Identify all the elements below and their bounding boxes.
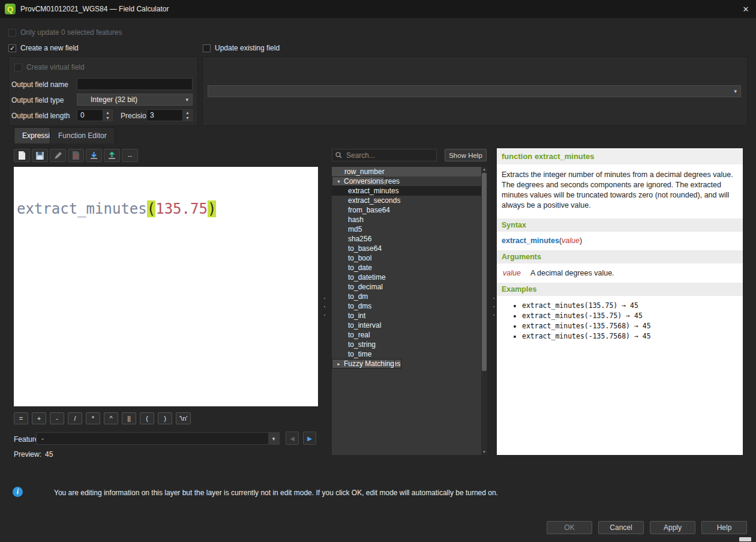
search-input[interactable] xyxy=(345,151,433,160)
apply-button[interactable]: Apply xyxy=(650,521,695,534)
feature-value: - xyxy=(37,435,268,443)
tree-scrollbar[interactable]: ▲ ▼ xyxy=(481,167,487,455)
function-item-from-base64[interactable]: from_base64 xyxy=(332,205,481,215)
precision-stepper[interactable]: 3 ▲▼ xyxy=(146,109,193,121)
scroll-up-icon[interactable]: ▲ xyxy=(481,167,487,172)
function-item-to-datetime[interactable]: to_datetime xyxy=(332,273,481,282)
splitter-handle[interactable] xyxy=(323,298,326,316)
function-item-to-base64[interactable]: to_base64 xyxy=(332,244,481,253)
expression-text: extract_minutes(135.75) xyxy=(17,200,216,217)
function-search-box[interactable] xyxy=(332,149,437,161)
expression-editor[interactable]: extract_minutes(135.75) xyxy=(14,167,318,406)
new-expression-button[interactable] xyxy=(14,149,30,162)
import-expressions-button[interactable] xyxy=(86,149,102,162)
create-new-field-checkbox[interactable]: Create a new field xyxy=(8,44,79,52)
function-item-extract-minutes[interactable]: extract_minutes xyxy=(332,186,481,196)
function-label: sha256 xyxy=(348,235,371,243)
export-expressions-button[interactable] xyxy=(104,149,120,162)
only-update-checkbox[interactable]: Only update 0 selected features xyxy=(8,28,122,37)
previous-feature-button[interactable]: ◀ xyxy=(286,432,299,445)
function-item-row-number[interactable]: row_number xyxy=(332,167,481,176)
operator-buttons-row: =+-/*^||()'\n' xyxy=(14,412,191,424)
function-item-to-time[interactable]: to_time xyxy=(332,349,481,359)
example-item: extract_minutes(-135.7568) → 45 xyxy=(522,322,743,330)
ok-button[interactable]: OK xyxy=(547,521,592,534)
resize-grip[interactable] xyxy=(739,537,751,541)
operator-button-close-paren[interactable]: ) xyxy=(158,412,172,424)
operator-button-plus[interactable]: + xyxy=(32,412,46,424)
function-label: to_interval xyxy=(348,321,381,330)
operator-button-multiply[interactable]: * xyxy=(86,412,100,424)
function-label: to_base64 xyxy=(348,244,382,253)
stepper-arrows[interactable]: ▲▼ xyxy=(103,110,112,121)
function-help-panel: function extract_minutes Extracts the in… xyxy=(497,148,743,455)
window-title: ProvCM01012021_WGS84 — Field Calculator xyxy=(20,5,169,13)
function-item-to-decimal[interactable]: to_decimal xyxy=(332,282,481,292)
dash-button[interactable]: -- xyxy=(122,149,138,162)
help-button[interactable]: Help xyxy=(701,521,747,534)
function-item-hash[interactable]: hash xyxy=(332,215,481,224)
checkbox-box xyxy=(14,64,22,71)
operator-button-concat[interactable]: || xyxy=(122,412,136,424)
function-item-to-interval[interactable]: to_interval xyxy=(332,321,481,330)
function-group-fuzzy-matching[interactable]: ▸Fuzzy Matching xyxy=(332,359,395,369)
function-item-md5[interactable]: md5 xyxy=(332,224,481,234)
function-item-to-string[interactable]: to_string xyxy=(332,340,481,349)
syntax-code: extract_minutes(value) xyxy=(497,232,743,245)
expression-token-bracket-highlight: ) xyxy=(208,200,216,217)
splitter-handle[interactable] xyxy=(492,298,496,316)
output-field-type-select[interactable]: Integer (32 bit) ▾ xyxy=(77,94,193,106)
show-help-button[interactable]: Show Help xyxy=(445,149,487,161)
output-field-name-input[interactable] xyxy=(77,78,193,90)
output-field-length-stepper[interactable]: 0 ▲▼ xyxy=(77,109,113,121)
close-button[interactable]: ✕ xyxy=(736,0,756,18)
update-existing-field-label: Update existing field xyxy=(215,44,280,52)
output-field-length-value: 0 xyxy=(77,110,103,121)
operator-button-newline[interactable]: '\n' xyxy=(176,412,191,424)
function-item-sha256[interactable]: sha256 xyxy=(332,234,481,244)
arrow-down-icon[interactable]: ▼ xyxy=(183,115,192,121)
function-item-to-date[interactable]: to_date xyxy=(332,263,481,273)
operator-button-power[interactable]: ^ xyxy=(104,412,118,424)
stepper-arrows[interactable]: ▲▼ xyxy=(182,110,192,121)
existing-field-select[interactable]: ▾ xyxy=(208,85,741,97)
operator-button-equals[interactable]: = xyxy=(14,412,28,424)
create-virtual-field-checkbox[interactable]: Create virtual field xyxy=(14,63,85,71)
function-item-to-dms[interactable]: to_dms xyxy=(332,301,481,311)
arrow-up-icon xyxy=(108,152,116,160)
function-item-to-real[interactable]: to_real xyxy=(332,330,481,340)
argument-description: A decimal degrees value. xyxy=(530,269,614,277)
function-item-extract-seconds[interactable]: extract_seconds xyxy=(332,196,481,205)
operator-button-divide[interactable]: / xyxy=(68,412,82,424)
scroll-down-icon[interactable]: ▼ xyxy=(481,450,487,455)
edit-expression-button[interactable] xyxy=(50,149,66,162)
function-item-to-bool[interactable]: to_bool xyxy=(332,253,481,263)
arrow-down-icon[interactable]: ▼ xyxy=(103,115,112,121)
arrow-up-icon[interactable]: ▲ xyxy=(103,110,112,115)
scrollbar-thumb[interactable] xyxy=(482,173,487,371)
preview-label: Preview: xyxy=(14,450,41,459)
operator-button-minus[interactable]: - xyxy=(50,412,64,424)
expression-token-number: 135.75 xyxy=(155,200,208,217)
next-feature-button[interactable]: ▶ xyxy=(303,432,316,445)
feature-select[interactable]: - ▾ xyxy=(36,432,280,445)
tab-function-editor[interactable]: Function Editor xyxy=(50,127,115,143)
save-expression-button[interactable] xyxy=(32,149,48,162)
arrow-up-icon[interactable]: ▲ xyxy=(183,110,192,115)
function-label: to_int xyxy=(348,312,365,320)
function-label: extract_minutes xyxy=(348,187,399,195)
help-description: Extracts the integer number of minutes f… xyxy=(497,164,743,213)
function-item-to-int[interactable]: to_int xyxy=(332,311,481,321)
update-existing-field-checkbox[interactable]: Update existing field xyxy=(203,44,280,52)
function-label: to_dms xyxy=(348,302,371,310)
save-icon xyxy=(36,152,44,160)
precision-value: 3 xyxy=(147,110,182,121)
titlebar: Q ProvCM01012021_WGS84 — Field Calculato… xyxy=(0,0,756,18)
output-field-type-value: Integer (32 bit) xyxy=(91,95,137,104)
cancel-button[interactable]: Cancel xyxy=(598,521,644,534)
operator-button-open-paren[interactable]: ( xyxy=(140,412,154,424)
remove-expression-button[interactable] xyxy=(68,149,84,162)
function-item-to-dm[interactable]: to_dm xyxy=(332,292,481,301)
function-label: to_string xyxy=(348,340,376,349)
function-group-conversions[interactable]: ▾Conversions xyxy=(332,176,385,186)
